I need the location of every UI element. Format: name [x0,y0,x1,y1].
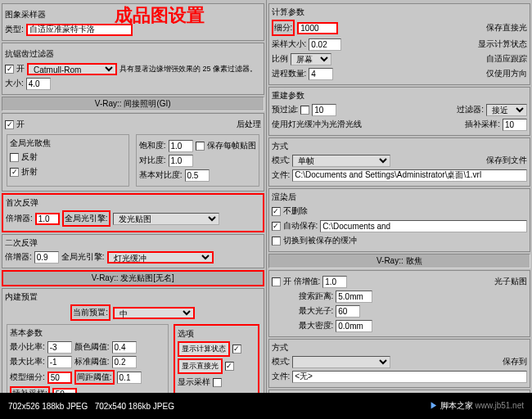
cur-preset-select[interactable]: 中 [113,307,195,319]
aa-filter-select[interactable]: Catmull-Rom [27,63,117,75]
basic-params-sub: 基本参数 最小比率:颜色阈值: 最大比率:标准阈值: 模型细分:间距阈值: 插补… [7,324,169,393]
dim2: 702x540 186kb JPEG [95,402,174,411]
color-label: 颜色阈值: [74,341,110,353]
subd-input[interactable] [297,22,338,34]
p2-engine-select[interactable]: 灯光缓冲 [107,251,214,264]
samp-input[interactable] [309,38,341,51]
norm-input[interactable] [112,356,137,368]
filter-label: 过滤器: [457,104,484,115]
show-calc-chk[interactable]: ✓ [232,345,241,354]
dens-input[interactable] [336,320,372,332]
samp-label: 采样大小: [272,38,307,50]
scale2-label: 比例 [272,53,288,65]
save-btn-label[interactable]: 保存到文件 [486,155,527,166]
gi-post-sub: 饱和度:保存每帧贴图 对比度: 基本对比度: [136,134,259,187]
gi-post-label: 后处理 [237,119,261,130]
refract-checkbox[interactable]: ✓ [10,168,19,177]
file-label: 文件: [272,169,291,181]
gi-global-label: 全局光散焦 [10,137,126,149]
save2-label[interactable]: 保存到 [503,356,527,367]
basic-title: 基本参数 [10,327,165,339]
norm-label: 标准阈值: [74,356,110,367]
reflect-checkbox[interactable] [10,153,19,162]
proc-input[interactable] [309,68,333,80]
show-calc-btn[interactable]: 显示计算状态 [178,341,230,357]
nodel-chk[interactable]: ✓ [272,207,281,216]
gi-panel: ✓开 后处理 全局光散焦 反射 ✓折射 饱和度:保存每帧贴图 对比度: 基本对比… [2,113,264,191]
p1-title: 首次反弹 [6,197,260,209]
min-input[interactable] [47,341,72,354]
p2-mult-input[interactable] [34,251,59,264]
scatter-header[interactable]: V-Ray:: 散焦 [268,254,531,268]
p1-mult-label: 倍增器: [6,213,33,224]
sat-label: 饱和度: [139,140,166,151]
p1-mult-input[interactable] [35,213,60,225]
mode-select[interactable]: 单帧 [292,155,390,167]
show-samp-chk[interactable] [213,378,222,387]
secondary-bounce-panel: 二次反弹 倍增器: 全局光引擎:灯光缓冲 [2,234,264,268]
irr-header[interactable]: V-Ray:: 发光贴图[无名] [2,270,264,286]
pre-label: 预过滤: [272,104,299,115]
recon-title: 重建参数 [272,90,528,101]
color-input[interactable] [112,341,137,354]
calc-panel: 计算参数 细分:保存直接光 采样大小:显示计算状态 比例屏幕自适应跟踪 进程数量… [268,3,531,85]
dim1: 702x526 188kb JPEG [8,402,88,411]
p2-engine-label: 全局光引擎: [61,251,105,263]
cur-preset-label: 当前预置: [70,304,110,321]
right-column: 计算参数 细分:保存直接光 采样大小:显示计算状态 比例屏幕自适应跟踪 进程数量… [267,0,533,393]
aa-on-label: 开 [16,63,25,74]
max-input[interactable] [47,356,72,368]
subd-label: 细分: [272,20,295,36]
mode2-title: 方式 [272,342,528,354]
pre-input[interactable] [312,104,336,116]
smult-input[interactable] [322,276,347,288]
show-calc2-label: 显示计算状态 [478,38,527,50]
auto-file-input[interactable] [320,220,527,232]
dist-label: 间距阈值: [74,370,115,385]
aa-size-input[interactable] [26,78,51,90]
model-input[interactable] [47,372,72,384]
show-direct-chk[interactable]: ✓ [225,362,234,371]
show-direct-btn[interactable]: 显示直接光 [178,358,223,374]
p1-engine-select[interactable]: 发光贴图 [113,213,219,225]
gi-header[interactable]: V-Ray:: 间接照明(GI) [2,97,264,111]
mode2-select[interactable] [292,356,390,368]
dist-input[interactable] [117,372,142,384]
nodel-label: 不删除 [283,205,308,217]
gi-on-checkbox[interactable]: ✓ [5,120,14,129]
usedir-label: 仅使用方向 [486,68,527,79]
reflect-label: 反射 [21,151,38,163]
irr-panel: 内建预置 当前预置:中 基本参数 最小比率:颜色阈值: 最大比率:标准阈值: 模… [2,288,264,393]
proc-label: 进程数量: [272,68,307,79]
search-input[interactable] [336,291,372,303]
switch-chk[interactable] [272,237,281,246]
cont-input[interactable] [169,155,193,167]
calc-title: 计算参数 [272,7,528,18]
interp2-input[interactable] [503,119,527,131]
scatter-on-label: 开 [283,276,291,287]
aa-on-checkbox[interactable]: ✓ [5,65,14,74]
pre-chk[interactable] [300,106,309,115]
savemap-checkbox[interactable] [196,142,205,151]
file-input[interactable] [292,169,527,182]
savemap-label: 保存每帧贴图 [207,140,256,151]
mode2-panel: 方式 模式:保存到 文件: [268,339,531,388]
dens-label: 最大密度: [299,320,334,331]
base-input[interactable] [185,169,210,182]
scatter-on-chk[interactable] [272,277,281,286]
after-panel: 渲染后 ✓不删除 ✓自动保存: 切换到被保存的缓冲 [268,188,531,252]
maxp-input[interactable] [336,305,360,318]
interp-label: 插补采样: [10,386,50,393]
scale2-select[interactable]: 屏幕 [291,53,331,65]
adapt-label: 自适应跟踪 [486,53,527,65]
file2-input[interactable] [292,371,527,383]
left-column: 图象采样器 类型: 抗锯齿过滤器 ✓开 Catmull-Rom 具有显著边缘增强… [0,0,267,393]
gi-on-label: 开 [16,119,25,130]
filter-select[interactable]: 接近 [486,104,527,116]
save-direct-label: 保存直接光 [486,22,527,34]
aa-size-label: 大小: [5,78,24,89]
sat-input[interactable] [169,140,193,152]
auto-chk[interactable]: ✓ [272,222,281,231]
search-label: 搜索距离: [299,291,334,302]
interp2-label: 插补采样: [465,119,500,130]
